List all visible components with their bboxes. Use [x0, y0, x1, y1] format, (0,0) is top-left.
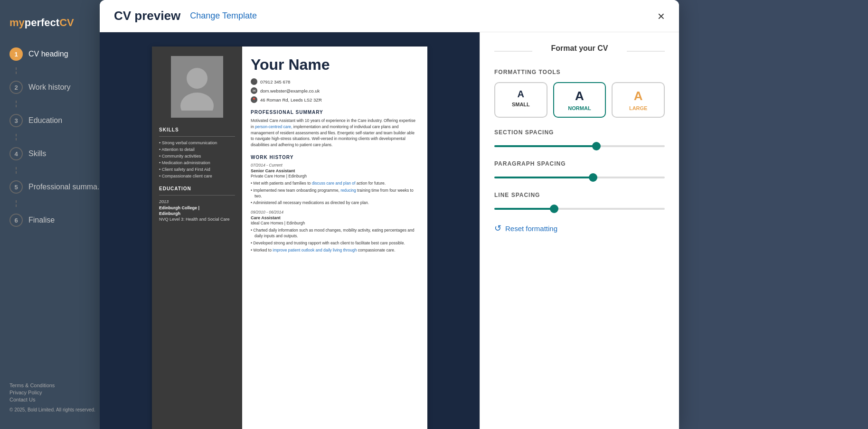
cv-phone: 07912 345 678	[260, 79, 290, 84]
cv-job0-date: 07/2014 - Current	[251, 163, 419, 168]
cv-job1-company: Ideal Care Homes | Edinburgh	[251, 221, 419, 225]
font-large-letter: A	[634, 89, 643, 103]
cv-preview-area: SKILLS • Strong verbal communication • A…	[100, 32, 480, 429]
cv-document: SKILLS • Strong verbal communication • A…	[152, 47, 427, 429]
font-small-letter: A	[518, 89, 524, 100]
nav-dashed-5	[16, 200, 17, 207]
cv-email: dom.webster@example.co.uk	[260, 88, 320, 93]
cv-skill-4: • Client safety and First Aid	[159, 167, 235, 172]
cv-job0-bullet1: • Implemented new team onboarding progra…	[251, 188, 419, 199]
cv-job0-title: Senior Care Assistant	[251, 168, 419, 173]
brand-my: my	[9, 17, 25, 28]
sidebar-label-6: Finalise	[28, 216, 55, 224]
line-spacing-slider[interactable]	[494, 204, 665, 214]
section-spacing-control: SECTION SPACING	[494, 129, 665, 151]
formatting-tools-label: FORMATTING TOOLS	[494, 69, 665, 75]
cv-education-title: EDUCATION	[159, 186, 235, 191]
nav-dashed-2	[16, 101, 17, 107]
sidebar-label-3: Education	[28, 116, 62, 125]
cv-email-row: ✉ dom.webster@example.co.uk	[251, 87, 419, 94]
paragraph-spacing-thumb[interactable]	[589, 173, 597, 182]
paragraph-spacing-control: PARAGRAPH SPACING	[494, 160, 665, 182]
font-large-label: LARGE	[629, 105, 648, 111]
line-spacing-control: LINE SPACING	[494, 192, 665, 214]
section-spacing-label: SECTION SPACING	[494, 129, 665, 136]
cv-job0-bullet2: • Administered all necessary medications…	[251, 200, 419, 206]
cv-work-section-title: WORK HISTORY	[251, 155, 419, 160]
line-spacing-track	[494, 208, 665, 210]
brand-perfect: perfect	[25, 17, 59, 28]
brand-cv: CV	[59, 17, 74, 28]
format-panel-title: Format your CV	[494, 44, 665, 58]
cv-skill-1: • Attention to detail	[159, 147, 235, 152]
sidebar-label-4: Skills	[28, 149, 46, 158]
cv-job1-bullet1: • Developed strong and trusting rapport …	[251, 241, 419, 246]
cv-job1-bullet0: • Charted daily information such as mood…	[251, 228, 419, 239]
paragraph-spacing-track	[494, 177, 665, 178]
phone-icon: 📞	[251, 78, 257, 85]
cv-photo	[171, 56, 223, 118]
format-panel: Format your CV FORMATTING TOOLS A SMALL …	[480, 32, 679, 429]
cv-edu-degree: NVQ Level 3: Health and Social Care	[159, 217, 235, 222]
cv-job1-bullet2: • Worked to improve patient outlook and …	[251, 248, 419, 253]
cv-skills-title: SKILLS	[159, 127, 235, 132]
font-size-small-button[interactable]: A SMALL	[494, 82, 547, 118]
cv-skill-3: • Medication administration	[159, 160, 235, 165]
contact-link[interactable]: Contact Us	[9, 397, 114, 402]
cv-job0-company: Private Care Home | Edinburgh	[251, 174, 419, 178]
section-spacing-thumb[interactable]	[592, 142, 601, 150]
cv-job1-date: 09/2010 - 06/2014	[251, 210, 419, 214]
copyright: © 2025, Bold Limited. All rights reserve…	[9, 407, 114, 412]
cv-edu-school: Edinburgh College |	[159, 205, 235, 210]
cv-left-panel: SKILLS • Strong verbal communication • A…	[152, 47, 242, 429]
paragraph-spacing-fill	[494, 177, 593, 178]
cv-phone-row: 📞 07912 345 678	[251, 78, 419, 85]
email-icon: ✉	[251, 87, 257, 94]
section-spacing-fill	[494, 145, 596, 147]
terms-link[interactable]: Terms & Conditions	[9, 382, 114, 388]
nav-circle-3: 3	[9, 114, 23, 127]
nav-circle-5: 5	[9, 180, 23, 194]
sidebar-label-1: CV heading	[28, 50, 68, 58]
section-spacing-track	[494, 145, 665, 147]
modal-body: SKILLS • Strong verbal communication • A…	[100, 32, 679, 429]
sidebar-label-2: Work history	[28, 83, 71, 92]
modal: CV preview Change Template × SKILLS •	[100, 0, 679, 429]
cv-skill-5: • Compassionate client care	[159, 174, 235, 178]
nav-dashed-3	[16, 134, 17, 140]
cv-edu-city: Edinburgh	[159, 211, 235, 216]
nav-dashed-4	[16, 167, 17, 174]
nav-circle-2: 2	[9, 81, 23, 94]
svg-point-0	[187, 68, 208, 89]
cv-edu-year: 2013	[159, 199, 235, 204]
reset-formatting-button[interactable]: ↺ Reset formatting	[494, 223, 557, 233]
font-normal-letter: A	[575, 89, 584, 103]
paragraph-spacing-label: PARAGRAPH SPACING	[494, 160, 665, 167]
line-spacing-thumb[interactable]	[550, 205, 558, 213]
modal-title: CV preview	[114, 9, 180, 23]
cv-summary-text: Motivated Care Assistant with 10 years o…	[251, 118, 419, 148]
font-size-large-button[interactable]: A LARGE	[612, 82, 665, 118]
paragraph-spacing-slider[interactable]	[494, 173, 665, 182]
cv-address-row: 📍 46 Roman Rd, Leeds LS2 3ZR	[251, 96, 419, 103]
privacy-link[interactable]: Privacy Policy	[9, 390, 114, 395]
sidebar-label-5: Professional summa...	[28, 183, 104, 191]
reset-label: Reset formatting	[505, 224, 557, 233]
cv-name: Your Name	[251, 56, 419, 74]
location-icon: 📍	[251, 96, 257, 103]
cv-address: 46 Roman Rd, Leeds LS2 3ZR	[260, 97, 322, 103]
nav-circle-1: 1	[9, 47, 23, 61]
change-template-button[interactable]: Change Template	[190, 11, 257, 21]
font-size-normal-button[interactable]: A NORMAL	[553, 82, 606, 118]
cv-job0-bullet0: • Met with patients and families to disc…	[251, 181, 419, 187]
section-spacing-slider[interactable]	[494, 141, 665, 151]
nav-dashed-1	[16, 67, 17, 74]
svg-point-1	[180, 93, 214, 111]
close-button[interactable]: ×	[658, 10, 665, 22]
line-spacing-label: LINE SPACING	[494, 192, 665, 198]
cv-job1-title: Care Assistant	[251, 215, 419, 220]
font-normal-label: NORMAL	[568, 105, 591, 111]
reset-icon: ↺	[494, 223, 501, 233]
modal-header: CV preview Change Template ×	[100, 0, 679, 32]
font-small-label: SMALL	[512, 102, 530, 107]
